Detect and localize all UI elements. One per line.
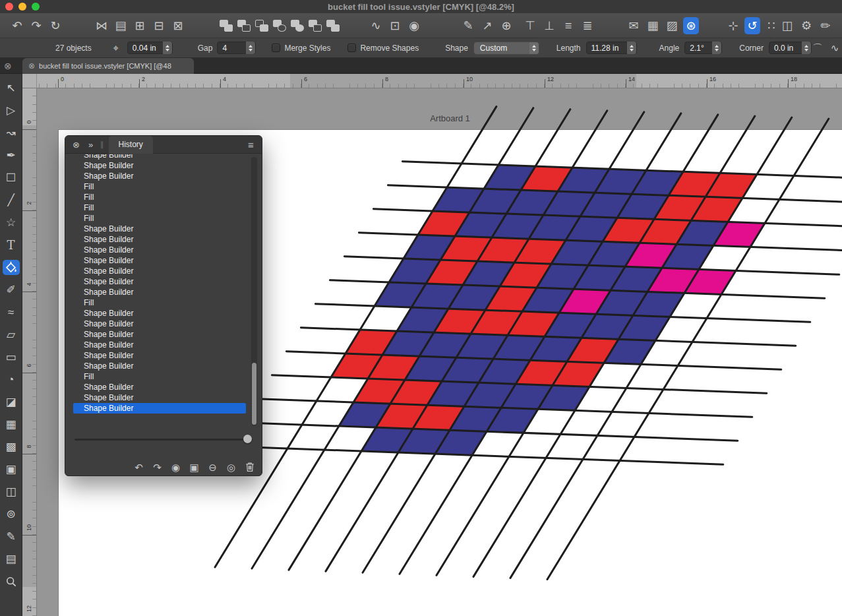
frame-swap-icon[interactable]: ⊠ [170, 17, 186, 34]
scrollbar-thumb[interactable] [252, 363, 256, 425]
grid-icon[interactable]: ▦ [645, 17, 661, 34]
annotate-icon[interactable]: ✎ [460, 17, 476, 34]
history-item[interactable]: Shape Builder [73, 287, 246, 297]
document-tab[interactable]: ⊗ bucket fill tool issue.vstyler [CMYK] … [22, 58, 194, 74]
zoom-tool[interactable] [3, 574, 20, 589]
history-item[interactable]: Shape Builder [73, 171, 246, 181]
squiggle-icon[interactable]: ∿ [829, 42, 841, 55]
fill-tool[interactable] [3, 260, 20, 275]
shape-builder-trim-icon[interactable] [308, 19, 322, 32]
panel-collapse-icon[interactable]: » [86, 139, 96, 150]
pencil-tool[interactable]: ✎ [3, 529, 20, 544]
pattern-tool[interactable]: ▩ [3, 439, 20, 454]
history-item[interactable]: Shape Builder [73, 266, 246, 276]
blend-circles-icon[interactable]: ⊛ [683, 17, 699, 34]
history-item[interactable]: Shape Builder [73, 255, 246, 266]
history-item[interactable]: Shape Builder [73, 329, 246, 340]
artboard-tool[interactable]: ▤ [3, 551, 20, 567]
history-item[interactable]: Shape Builder [73, 245, 246, 255]
align-top-icon[interactable]: ⊤ [522, 17, 538, 34]
panel-tool[interactable]: ◫ [3, 484, 20, 499]
history-item[interactable]: Shape Builder [73, 403, 246, 414]
shape-builder-subtract-icon[interactable] [237, 19, 251, 32]
history-item[interactable]: Fill [73, 202, 246, 213]
brush-icon[interactable]: ✏ [818, 17, 833, 34]
panel-menu-icon[interactable]: ≡ [246, 139, 256, 150]
envelope-icon[interactable]: ✉ [626, 17, 642, 34]
corner-field[interactable]: 0.0 in [769, 42, 812, 54]
angle-field[interactable]: 2.1° [684, 42, 722, 54]
shape-builder-merge-icon[interactable] [326, 19, 340, 32]
arc-icon[interactable]: ⌒ [812, 42, 824, 55]
length-stepper[interactable] [627, 42, 636, 54]
star-tool[interactable]: ☆ [3, 215, 20, 230]
snapshot-icon[interactable]: ▣ [189, 461, 199, 473]
checkbox-box[interactable] [347, 44, 356, 52]
spacing-icon[interactable]: ≣ [580, 17, 595, 34]
history-slider-knob[interactable] [243, 435, 252, 443]
zoom-state-icon[interactable]: ◎ [226, 461, 236, 473]
curve-tool[interactable]: ↝ [3, 125, 20, 140]
slice-icon[interactable]: ◫ [779, 17, 795, 34]
history-item[interactable]: Shape Builder [73, 361, 246, 371]
curve-icon[interactable]: ∿ [368, 17, 384, 34]
mesh-globe-icon[interactable]: ⊕ [498, 17, 514, 34]
history-item[interactable]: Fill [73, 371, 246, 382]
gradient-tool[interactable]: ◪ [3, 394, 20, 410]
shape-builder-union-icon[interactable] [219, 19, 233, 32]
history-item[interactable]: Fill [73, 192, 246, 202]
gap-field[interactable]: 4 [217, 42, 256, 54]
align-bottom-icon[interactable]: ⊥ [541, 17, 557, 34]
gap-stepper[interactable] [246, 42, 255, 54]
history-item[interactable]: Shape Builder [73, 350, 246, 361]
shape-tool[interactable]: ▭ [3, 350, 20, 365]
pages-icon[interactable]: ▤ [113, 17, 129, 34]
line-tool[interactable]: ╱ [3, 193, 20, 208]
transform-icon[interactable]: ⊹ [725, 17, 741, 34]
hatch-icon[interactable]: ▨ [664, 17, 680, 34]
select-tool[interactable]: ↖ [3, 80, 20, 96]
history-item[interactable]: Shape Builder [73, 382, 246, 392]
history-slider[interactable] [75, 434, 253, 445]
swirl-icon[interactable]: ↺ [744, 17, 760, 34]
gear-icon[interactable]: ⚙ [798, 17, 814, 34]
remove-state-icon[interactable]: ⊖ [208, 461, 218, 473]
history-item[interactable]: Fill [73, 297, 246, 308]
remove-shapes-checkbox[interactable]: Remove Shapes [347, 44, 419, 53]
length-field[interactable]: 11.28 in [586, 42, 637, 54]
frame-add-icon[interactable]: ⊞ [132, 17, 148, 34]
shape-builder-intersect-icon[interactable] [255, 19, 269, 32]
history-redo-icon[interactable]: ↷ [152, 461, 162, 473]
shape-builder-divide-icon[interactable] [290, 19, 305, 32]
ring-tool[interactable]: ⊚ [3, 507, 20, 522]
redo-icon[interactable]: ↷ [28, 17, 44, 34]
frame-tool[interactable]: ▣ [3, 462, 20, 477]
checkbox-box[interactable] [272, 44, 280, 52]
fan-tool[interactable]: ◔ [3, 372, 20, 387]
refresh-icon[interactable]: ↻ [47, 17, 63, 34]
history-item[interactable]: Fill [73, 213, 246, 224]
history-item[interactable]: Shape Builder [73, 154, 246, 160]
mirror-icon[interactable]: ⋈ [94, 17, 109, 34]
snapshot-add-icon[interactable]: ◉ [171, 461, 181, 473]
undo-icon[interactable]: ↶ [9, 17, 25, 34]
history-undo-icon[interactable]: ↶ [134, 461, 144, 473]
history-tab[interactable]: History [109, 136, 153, 154]
marquee-tool[interactable]: ☐ [3, 170, 20, 185]
export-icon[interactable]: ↗ [479, 17, 495, 34]
frame-subtract-icon[interactable]: ⊟ [151, 17, 167, 34]
tab-close-icon[interactable]: ⊗ [28, 61, 35, 71]
pen-tool[interactable]: ✒ [3, 148, 20, 163]
history-item[interactable]: Shape Builder [73, 319, 246, 329]
nudge-stepper[interactable] [163, 42, 172, 54]
mesh-tool[interactable]: ▦ [3, 417, 20, 432]
select-dots-icon[interactable]: ∷ [764, 17, 779, 34]
shape-dropdown[interactable]: Custom [473, 42, 539, 55]
close-document-icon[interactable]: ⊗ [4, 61, 12, 71]
crop-icon[interactable]: ⊡ [387, 17, 403, 34]
history-item[interactable]: Shape Builder [73, 234, 246, 245]
target-icon[interactable]: ◉ [406, 17, 422, 34]
history-item[interactable]: Shape Builder [73, 224, 246, 234]
history-item[interactable]: Shape Builder [73, 340, 246, 350]
style-picker-tool[interactable]: ✐ [3, 282, 20, 297]
